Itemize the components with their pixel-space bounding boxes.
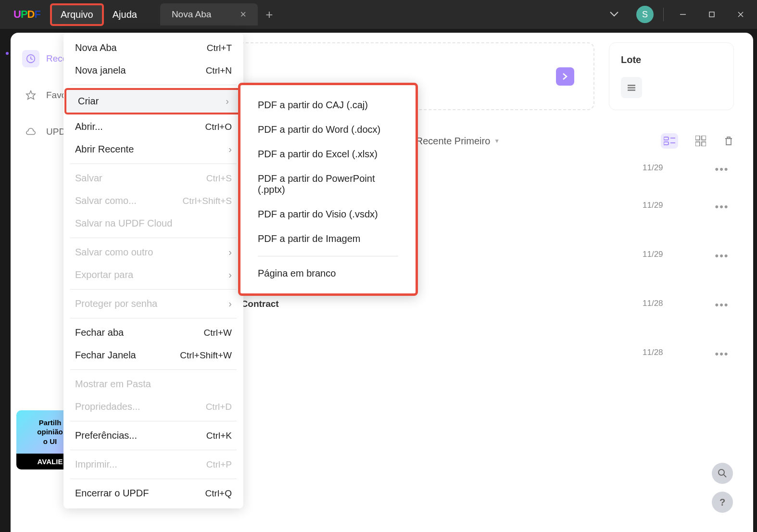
- menu-label: Fechar Janela: [75, 350, 136, 361]
- file-more-icon[interactable]: •••: [710, 299, 734, 311]
- titlebar-right: S: [602, 0, 757, 29]
- svg-rect-1: [709, 12, 714, 17]
- svg-rect-8: [664, 137, 669, 140]
- menu-ajuda[interactable]: Ajuda: [104, 5, 146, 24]
- svg-rect-6: [628, 87, 635, 89]
- file-more-icon[interactable]: •••: [710, 250, 734, 262]
- menu-label: Proteger por senha: [75, 298, 157, 309]
- svg-rect-9: [664, 142, 669, 145]
- menu-separator: [70, 85, 237, 85]
- svg-rect-7: [628, 89, 635, 91]
- arrow-button[interactable]: [556, 67, 574, 86]
- menu-separator: [70, 289, 237, 290]
- file-row[interactable]: be Campaign Contract 50 KB 11/28 •••: [181, 299, 734, 323]
- menu-shortcut: Ctrl+O: [205, 122, 232, 132]
- menu-separator: [70, 164, 237, 164]
- menu-shortcut: Ctrl+N: [206, 65, 232, 76]
- menu-shortcut: Ctrl+K: [206, 431, 232, 441]
- file-date: 11/29: [643, 250, 710, 259]
- menu-separator: [70, 369, 237, 370]
- dropdown-icon[interactable]: [602, 6, 627, 23]
- close-icon[interactable]: [731, 11, 750, 18]
- menu-shortcut: Ctrl+D: [206, 402, 232, 412]
- svg-line-17: [724, 475, 726, 477]
- menu-label: Imprimir...: [75, 459, 117, 470]
- chevron-right-icon: ›: [228, 298, 232, 309]
- menu-label: Abrir...: [75, 121, 103, 132]
- chevron-right-icon: ›: [228, 144, 232, 155]
- sub-item[interactable]: Página em branco: [240, 261, 416, 286]
- sub-menu: PDF a partir do CAJ (.caj)PDF a partir d…: [238, 83, 418, 296]
- sub-item[interactable]: PDF a partir do Word (.docx): [240, 117, 416, 142]
- menu-label: Exportar para: [75, 269, 133, 280]
- menu-item-mostrar-em-pasta: Mostrar em Pasta: [63, 373, 243, 395]
- cloud-icon: [22, 123, 39, 140]
- sub-item[interactable]: PDF a partir do PowerPoint (.pptx): [240, 166, 416, 202]
- clock-icon: [22, 50, 39, 67]
- menu-item-prefer-ncias-[interactable]: Preferências...Ctrl+K: [63, 424, 243, 447]
- file-more-icon[interactable]: •••: [710, 201, 734, 213]
- menu-item-salvar-na-updf-cloud: Salvar na UPDF Cloud: [63, 212, 243, 235]
- grid-view-button[interactable]: [695, 136, 706, 146]
- file-info: MB: [181, 348, 643, 361]
- list-view-button[interactable]: [661, 133, 678, 149]
- chevron-right-icon: ›: [226, 96, 229, 107]
- svg-rect-12: [695, 136, 700, 140]
- tab-add-icon[interactable]: +: [265, 7, 273, 22]
- menu-item-imprimir-: Imprimir...Ctrl+P: [63, 453, 243, 476]
- menu-item-fechar-janela[interactable]: Fechar JanelaCtrl+Shift+W: [63, 344, 243, 367]
- file-info: be Campaign Contract 50 KB: [181, 299, 643, 323]
- help-fab[interactable]: ?: [712, 492, 733, 513]
- sub-item[interactable]: PDF a partir do Visio (.vsdx): [240, 202, 416, 227]
- file-date: 11/28: [643, 299, 710, 308]
- file-row[interactable]: MB 11/28 •••: [181, 348, 734, 361]
- file-more-icon[interactable]: •••: [710, 348, 734, 360]
- file-more-icon[interactable]: •••: [710, 163, 734, 176]
- chevron-down-icon: ▼: [494, 138, 500, 144]
- sub-item[interactable]: PDF a partir do Excel (.xlsx): [240, 142, 416, 166]
- sub-separator: [258, 256, 398, 256]
- trash-button[interactable]: [723, 136, 734, 146]
- menu-separator: [70, 238, 237, 238]
- menu-label: Abrir Recente: [75, 144, 134, 155]
- lote-panel: Lote: [609, 42, 734, 110]
- menu-shortcut: Ctrl+Shift+S: [183, 196, 232, 206]
- fab-col: ?: [712, 463, 733, 513]
- svg-rect-14: [695, 142, 700, 146]
- file-menu: Nova AbaCtrl+TNova janelaCtrl+NCriar›Abr…: [63, 33, 243, 508]
- batch-icon[interactable]: [621, 77, 642, 98]
- menu-item-encerrar-o-updf[interactable]: Encerrar o UPDFCtrl+Q: [63, 482, 243, 505]
- sub-item[interactable]: PDF a partir de Imagem: [240, 227, 416, 251]
- left-dots: [4, 33, 11, 532]
- menu-item-nova-janela[interactable]: Nova janelaCtrl+N: [63, 59, 243, 82]
- menu-separator: [70, 421, 237, 421]
- menu-item-nova-aba[interactable]: Nova AbaCtrl+T: [63, 37, 243, 59]
- menu-item-criar[interactable]: Criar›: [64, 88, 242, 114]
- menu-separator: [70, 479, 237, 479]
- search-fab[interactable]: [712, 463, 733, 484]
- tab-close-icon[interactable]: ×: [240, 8, 246, 21]
- menu-item-exportar-para: Exportar para›: [63, 264, 243, 286]
- tab-nova-aba[interactable]: Nova Aba ×: [160, 3, 258, 25]
- avatar[interactable]: S: [636, 6, 654, 23]
- chevron-right-icon: ›: [228, 247, 232, 258]
- menu-item-abrir-recente[interactable]: Abrir Recente›: [63, 138, 243, 161]
- svg-rect-15: [702, 142, 706, 146]
- menu-label: Encerrar o UPDF: [75, 488, 149, 499]
- sidebar-label: UPD: [46, 127, 65, 137]
- sub-item[interactable]: PDF a partir do CAJ (.caj): [240, 93, 416, 117]
- menu-item-abrir-[interactable]: Abrir...Ctrl+O: [63, 115, 243, 138]
- maximize-icon[interactable]: [702, 11, 721, 18]
- menu-arquivo[interactable]: Arquivo: [50, 3, 104, 26]
- star-icon: [22, 87, 39, 104]
- chevron-right-icon: ›: [228, 269, 232, 280]
- menu-item-fechar-aba[interactable]: Fechar abaCtrl+W: [63, 321, 243, 344]
- tabs: Nova Aba × +: [160, 3, 273, 25]
- file-name: be Campaign Contract: [181, 299, 643, 309]
- menu-item-salvar: SalvarCtrl+S: [63, 167, 243, 190]
- titlebar: UPDF Arquivo Ajuda Nova Aba × + S: [0, 0, 757, 29]
- minimize-icon[interactable]: [673, 11, 693, 18]
- menu-shortcut: Ctrl+S: [206, 173, 232, 184]
- tab-label: Nova Aba: [172, 9, 211, 20]
- lote-title: Lote: [621, 54, 722, 65]
